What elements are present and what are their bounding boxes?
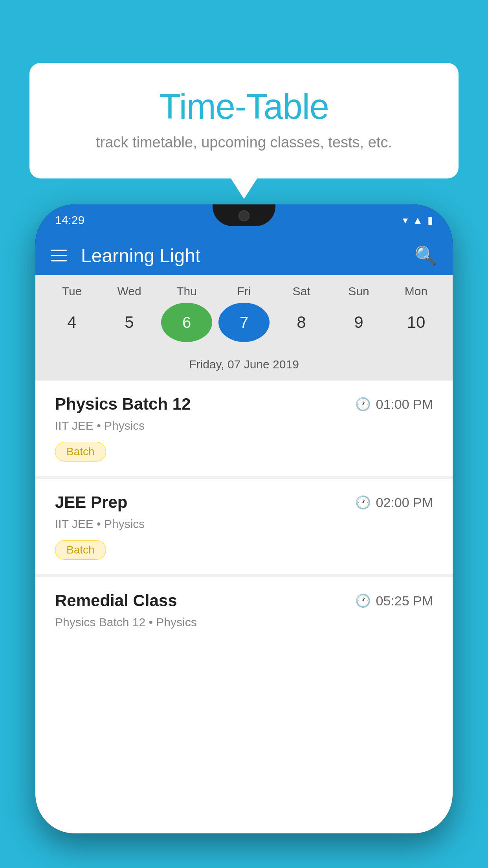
wifi-icon: ▾ xyxy=(403,214,408,226)
signal-icon: ▲ xyxy=(413,214,423,226)
feature-subtitle: track timetable, upcoming classes, tests… xyxy=(49,134,439,151)
speech-bubble: Time-Table track timetable, upcoming cla… xyxy=(29,63,459,178)
clock-icon: 🕐 xyxy=(355,495,371,510)
class-meta: IIT JEE • Physics xyxy=(55,517,433,531)
day-headers: Tue Wed Thu Fri Sat Sun Mon xyxy=(35,285,453,303)
selected-date-label: Friday, 07 June 2019 xyxy=(35,351,453,381)
day-header-mon: Mon xyxy=(391,285,442,298)
class-item[interactable]: Remedial Class 🕐 05:25 PM Physics Batch … xyxy=(35,577,453,653)
phone-notch xyxy=(213,204,275,226)
phone-screen: Tue Wed Thu Fri Sat Sun Mon 4 5 6 7 8 9 … xyxy=(35,275,453,833)
day-header-sat: Sat xyxy=(276,285,327,298)
day-4[interactable]: 4 xyxy=(46,303,97,342)
day-header-wed: Wed xyxy=(104,285,155,298)
day-5[interactable]: 5 xyxy=(104,303,155,342)
class-time: 🕐 02:00 PM xyxy=(355,495,433,510)
day-header-thu: Thu xyxy=(161,285,212,298)
batch-badge: Batch xyxy=(55,540,106,560)
search-icon[interactable]: 🔍 xyxy=(415,245,437,266)
hamburger-menu-button[interactable] xyxy=(51,250,67,261)
class-item-header: Remedial Class 🕐 05:25 PM xyxy=(55,591,433,610)
class-time: 🕐 05:25 PM xyxy=(355,593,433,609)
app-header: Learning Light 🔍 xyxy=(35,236,453,275)
class-time-value: 05:25 PM xyxy=(376,593,433,609)
day-header-tue: Tue xyxy=(46,285,97,298)
day-6-today[interactable]: 6 xyxy=(161,303,212,342)
class-time: 🕐 01:00 PM xyxy=(355,397,433,412)
class-meta: Physics Batch 12 • Physics xyxy=(55,616,433,629)
day-7-selected[interactable]: 7 xyxy=(218,303,270,342)
day-9[interactable]: 9 xyxy=(333,303,384,342)
calendar-week: Tue Wed Thu Fri Sat Sun Mon 4 5 6 7 8 9 … xyxy=(35,275,453,381)
class-list: Physics Batch 12 🕐 01:00 PM IIT JEE • Ph… xyxy=(35,381,453,653)
class-time-value: 02:00 PM xyxy=(376,495,433,510)
feature-title: Time-Table xyxy=(49,86,439,127)
day-10[interactable]: 10 xyxy=(391,303,442,342)
phone-frame: 14:29 ▾ ▲ ▮ Learning Light 🔍 Tue xyxy=(35,204,453,833)
day-header-fri: Fri xyxy=(218,285,270,298)
phone-camera xyxy=(238,210,250,221)
day-header-sun: Sun xyxy=(333,285,384,298)
battery-icon: ▮ xyxy=(427,214,433,226)
class-name: Physics Batch 12 xyxy=(55,395,191,414)
clock-icon: 🕐 xyxy=(355,397,371,412)
class-time-value: 01:00 PM xyxy=(376,397,433,412)
phone-mockup: 14:29 ▾ ▲ ▮ Learning Light 🔍 Tue xyxy=(35,204,453,868)
class-name: JEE Prep xyxy=(55,493,127,512)
status-icons: ▾ ▲ ▮ xyxy=(403,214,433,226)
batch-badge: Batch xyxy=(55,442,106,462)
day-numbers: 4 5 6 7 8 9 10 xyxy=(35,303,453,351)
class-item-header: JEE Prep 🕐 02:00 PM xyxy=(55,493,433,512)
app-title: Learning Light xyxy=(81,245,415,267)
class-item[interactable]: Physics Batch 12 🕐 01:00 PM IIT JEE • Ph… xyxy=(35,381,453,476)
day-8[interactable]: 8 xyxy=(276,303,327,342)
clock-icon: 🕐 xyxy=(355,593,371,608)
class-item[interactable]: JEE Prep 🕐 02:00 PM IIT JEE • Physics Ba… xyxy=(35,479,453,574)
class-meta: IIT JEE • Physics xyxy=(55,419,433,432)
class-name: Remedial Class xyxy=(55,591,177,610)
status-time: 14:29 xyxy=(55,213,84,227)
class-item-header: Physics Batch 12 🕐 01:00 PM xyxy=(55,395,433,414)
